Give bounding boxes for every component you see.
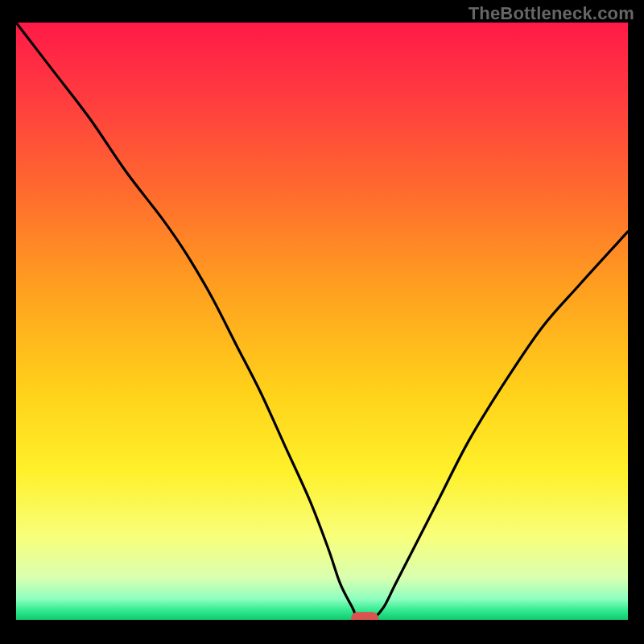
chart-svg xyxy=(16,23,628,620)
attribution-text: TheBottleneck.com xyxy=(469,3,634,24)
optimal-marker xyxy=(351,612,378,620)
plot-area xyxy=(16,23,628,620)
chart-container: TheBottleneck.com xyxy=(0,0,644,644)
